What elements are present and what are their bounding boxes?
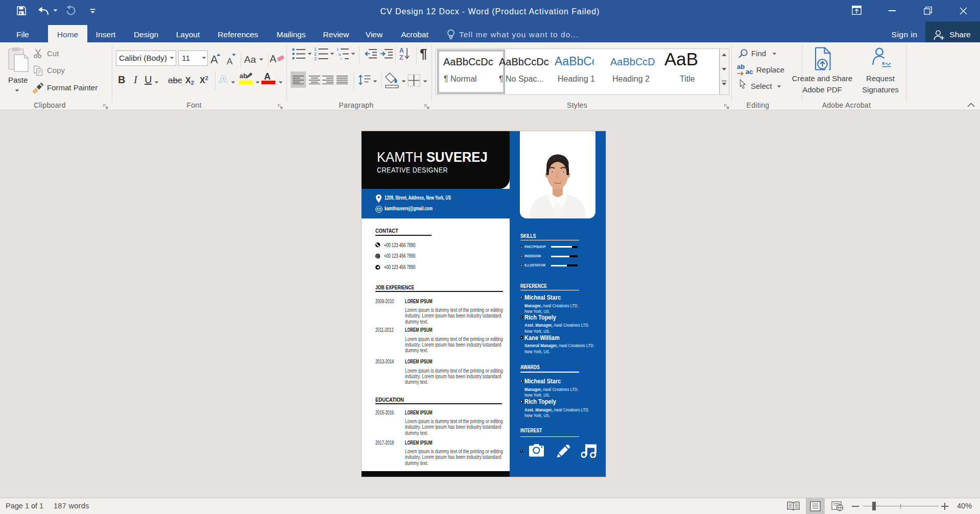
svg-text:1: 1 xyxy=(337,47,339,52)
svg-text:3: 3 xyxy=(314,56,317,61)
svg-text:2: 2 xyxy=(314,52,317,57)
svg-text:Z: Z xyxy=(399,54,403,61)
svg-text:i: i xyxy=(341,57,342,61)
svg-text:a: a xyxy=(339,52,341,57)
svg-text:1: 1 xyxy=(314,46,317,52)
svg-text:A: A xyxy=(399,47,404,54)
